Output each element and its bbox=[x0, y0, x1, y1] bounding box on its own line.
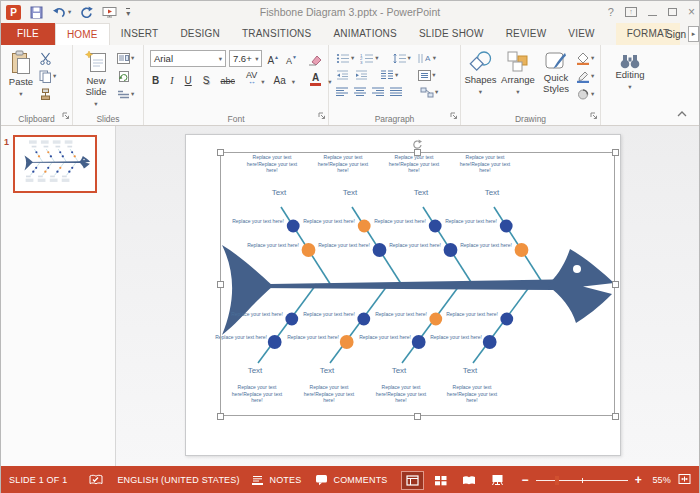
strikethrough-button[interactable]: abc bbox=[218, 71, 237, 86]
clear-formatting-button[interactable] bbox=[306, 51, 324, 66]
selection-handle[interactable] bbox=[217, 413, 224, 420]
justify-button[interactable] bbox=[390, 85, 402, 99]
section-dropdown-icon[interactable]: ▾ bbox=[131, 90, 134, 98]
font-name-combo[interactable]: Arial▾ bbox=[150, 50, 226, 67]
smartart-dropdown-icon[interactable]: ▾ bbox=[435, 88, 438, 96]
bold-button[interactable]: B bbox=[150, 71, 161, 86]
copy-dropdown-icon[interactable]: ▾ bbox=[53, 72, 56, 80]
numbering-dropdown-icon[interactable]: ▾ bbox=[375, 54, 378, 62]
restore-icon[interactable] bbox=[668, 8, 677, 16]
comments-button[interactable]: COMMENTS bbox=[315, 474, 387, 486]
change-case-dropdown-icon[interactable]: ▾ bbox=[292, 78, 295, 86]
shape-fill-dropdown-icon[interactable]: ▾ bbox=[591, 54, 594, 62]
editing-button[interactable]: Editing ▾ bbox=[607, 48, 653, 111]
zoom-slider-thumb[interactable] bbox=[555, 476, 559, 485]
undo-dropdown-icon[interactable]: ▾ bbox=[68, 8, 71, 16]
reading-view-button[interactable] bbox=[458, 472, 480, 489]
slide-canvas[interactable]: Replace your text here!Replace your text… bbox=[185, 134, 621, 456]
shrink-font-button[interactable]: A▼ bbox=[284, 51, 299, 66]
ribbon-display-options-icon[interactable]: ↑ bbox=[625, 7, 637, 17]
help-icon[interactable]: ? bbox=[608, 6, 614, 18]
font-dialog-launcher-icon[interactable] bbox=[318, 106, 326, 124]
scroll-right-icon[interactable]: ▸ bbox=[688, 26, 699, 42]
line-spacing-dropdown-icon[interactable]: ▾ bbox=[408, 54, 411, 62]
selection-box[interactable] bbox=[220, 152, 615, 416]
normal-view-button[interactable] bbox=[402, 472, 423, 489]
undo-button[interactable]: ▾ bbox=[52, 6, 71, 18]
collapse-ribbon-icon[interactable] bbox=[677, 103, 687, 121]
shapes-button[interactable]: Shapes ▾ bbox=[463, 48, 498, 111]
align-text-dropdown-icon[interactable]: ▾ bbox=[432, 71, 435, 79]
save-icon[interactable] bbox=[30, 6, 43, 19]
align-right-button[interactable] bbox=[372, 85, 384, 99]
text-direction-dropdown-icon[interactable]: ▾ bbox=[433, 54, 436, 62]
underline-button[interactable]: U bbox=[183, 71, 194, 86]
convert-smartart-button[interactable]: ▾ bbox=[420, 85, 438, 99]
arrange-dropdown-icon[interactable]: ▾ bbox=[516, 86, 519, 97]
selection-handle[interactable] bbox=[612, 413, 619, 420]
zoom-slider[interactable] bbox=[536, 476, 628, 485]
numbering-button[interactable]: 123▾ bbox=[360, 51, 378, 65]
bullets-button[interactable]: ▾ bbox=[336, 51, 354, 65]
arrange-button[interactable]: Arrange ▾ bbox=[498, 48, 538, 111]
clipboard-dialog-launcher-icon[interactable] bbox=[62, 106, 70, 124]
align-left-button[interactable] bbox=[336, 85, 348, 99]
slide-thumbnail[interactable] bbox=[13, 135, 97, 193]
layout-button[interactable]: ▾ bbox=[117, 51, 134, 65]
font-color-button[interactable]: A bbox=[310, 71, 321, 86]
sign-in-label[interactable]: Sign bbox=[666, 29, 686, 40]
notes-button[interactable]: NOTES bbox=[251, 475, 301, 486]
tab-transitions[interactable]: TRANSITIONS bbox=[231, 23, 322, 45]
bullets-dropdown-icon[interactable]: ▾ bbox=[351, 54, 354, 62]
text-shadow-button[interactable]: S bbox=[201, 71, 212, 86]
character-spacing-dropdown-icon[interactable]: ▾ bbox=[261, 78, 264, 86]
format-painter-button[interactable] bbox=[39, 87, 56, 101]
drawing-dialog-launcher-icon[interactable] bbox=[590, 106, 598, 124]
grow-font-button[interactable]: A▲ bbox=[265, 51, 281, 66]
tab-review[interactable]: REVIEW bbox=[495, 23, 558, 45]
start-slideshow-icon[interactable] bbox=[102, 6, 117, 18]
paste-button[interactable]: Paste ▾ bbox=[3, 48, 39, 111]
increase-indent-button[interactable] bbox=[355, 68, 368, 82]
spell-check-icon[interactable] bbox=[89, 474, 103, 486]
paragraph-dialog-launcher-icon[interactable] bbox=[450, 106, 458, 124]
slide-show-view-button[interactable] bbox=[487, 471, 508, 489]
selection-handle[interactable] bbox=[217, 281, 224, 288]
tab-design[interactable]: DESIGN bbox=[169, 23, 231, 45]
tab-home[interactable]: HOME bbox=[55, 23, 110, 45]
font-size-combo[interactable]: 7.6+▾ bbox=[229, 50, 262, 67]
decrease-indent-button[interactable] bbox=[336, 68, 349, 82]
section-button[interactable]: ▾ bbox=[117, 87, 134, 101]
selection-handle[interactable] bbox=[414, 413, 421, 420]
layout-dropdown-icon[interactable]: ▾ bbox=[131, 54, 134, 62]
customize-qat-icon[interactable]: ▾ bbox=[126, 8, 130, 17]
zoom-in-button[interactable]: + bbox=[635, 476, 642, 485]
new-slide-dropdown-icon[interactable]: ▾ bbox=[94, 98, 97, 109]
fit-slide-to-window-icon[interactable] bbox=[678, 473, 691, 487]
selection-handle[interactable] bbox=[612, 149, 619, 156]
zoom-level[interactable]: 55% bbox=[649, 475, 671, 485]
columns-dropdown-icon[interactable]: ▾ bbox=[395, 71, 398, 79]
italic-button[interactable]: I bbox=[168, 71, 175, 86]
new-slide-button[interactable]: New Slide ▾ bbox=[75, 48, 117, 111]
quick-styles-button[interactable]: Quick Styles bbox=[538, 48, 574, 111]
minimize-icon[interactable] bbox=[648, 15, 657, 16]
reset-button[interactable] bbox=[117, 69, 134, 83]
close-icon[interactable]: × bbox=[688, 5, 695, 19]
shape-outline-dropdown-icon[interactable]: ▾ bbox=[591, 72, 594, 80]
columns-button[interactable]: ▾ bbox=[380, 68, 398, 82]
align-center-button[interactable] bbox=[354, 85, 366, 99]
shape-effects-dropdown-icon[interactable]: ▾ bbox=[591, 90, 594, 98]
tab-animations[interactable]: ANIMATIONS bbox=[322, 23, 407, 45]
shape-outline-button[interactable]: ▾ bbox=[576, 69, 594, 83]
paste-dropdown-icon[interactable]: ▾ bbox=[19, 88, 22, 99]
tab-slideshow[interactable]: SLIDE SHOW bbox=[408, 23, 495, 45]
change-case-button[interactable]: Aa bbox=[272, 71, 288, 86]
selection-handle[interactable] bbox=[612, 281, 619, 288]
cut-button[interactable] bbox=[39, 51, 56, 65]
line-spacing-button[interactable]: ▾ bbox=[393, 51, 411, 65]
shape-fill-button[interactable]: ▾ bbox=[576, 51, 594, 65]
shape-effects-button[interactable]: ▾ bbox=[576, 87, 594, 101]
editing-dropdown-icon[interactable]: ▾ bbox=[628, 81, 631, 92]
language-indicator[interactable]: ENGLISH (UNITED STATES) bbox=[117, 475, 239, 485]
